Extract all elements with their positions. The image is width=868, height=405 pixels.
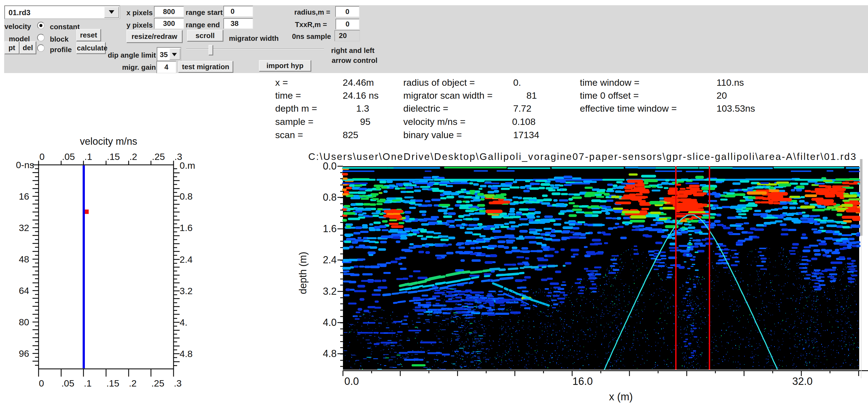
svg-text:2.4: 2.4 [323, 254, 337, 265]
svg-text:32: 32 [19, 223, 29, 233]
svg-text:80: 80 [19, 317, 29, 327]
svg-text:96: 96 [19, 348, 29, 359]
svg-text:.15: .15 [106, 378, 119, 388]
svg-text:4.: 4. [180, 317, 187, 327]
svg-text:.25: .25 [151, 378, 164, 388]
svg-text:1.6: 1.6 [180, 223, 192, 233]
svg-text:4.8: 4.8 [323, 348, 337, 359]
svg-text:2.4: 2.4 [180, 254, 192, 265]
svg-text:3.2: 3.2 [180, 286, 192, 296]
svg-text:.1: .1 [84, 378, 91, 388]
svg-text:0.0: 0.0 [344, 376, 359, 387]
svg-text:0.8: 0.8 [323, 192, 337, 203]
svg-text:16.0: 16.0 [572, 376, 593, 387]
svg-text:.3: .3 [174, 378, 182, 388]
svg-text:32.0: 32.0 [792, 376, 813, 387]
svg-text:0.0: 0.0 [323, 161, 337, 172]
svg-text:0: 0 [39, 378, 44, 388]
svg-text:3.2: 3.2 [323, 286, 337, 297]
svg-text:.25: .25 [152, 151, 165, 162]
svg-text:4.0: 4.0 [323, 317, 337, 328]
svg-text:.15: .15 [107, 151, 120, 162]
svg-text:0.m: 0.m [180, 160, 195, 171]
svg-text:x (m): x (m) [609, 391, 633, 403]
svg-text:4.8: 4.8 [180, 348, 192, 359]
svg-text:0-ns: 0-ns [16, 160, 34, 170]
svg-text:1.6: 1.6 [323, 223, 337, 234]
svg-text:16: 16 [19, 191, 29, 202]
svg-text:.1: .1 [84, 151, 92, 162]
svg-text:0.8: 0.8 [180, 191, 192, 202]
svg-text:.2: .2 [129, 151, 137, 162]
svg-text:0: 0 [39, 151, 44, 162]
svg-text:velocity m/ns: velocity m/ns [80, 136, 137, 147]
svg-text:64: 64 [19, 285, 29, 296]
svg-text:.05: .05 [62, 151, 75, 162]
svg-text:depth (m): depth (m) [297, 252, 309, 294]
svg-text:48: 48 [19, 254, 29, 264]
svg-text:.2: .2 [129, 378, 136, 388]
svg-text:.05: .05 [61, 378, 74, 388]
